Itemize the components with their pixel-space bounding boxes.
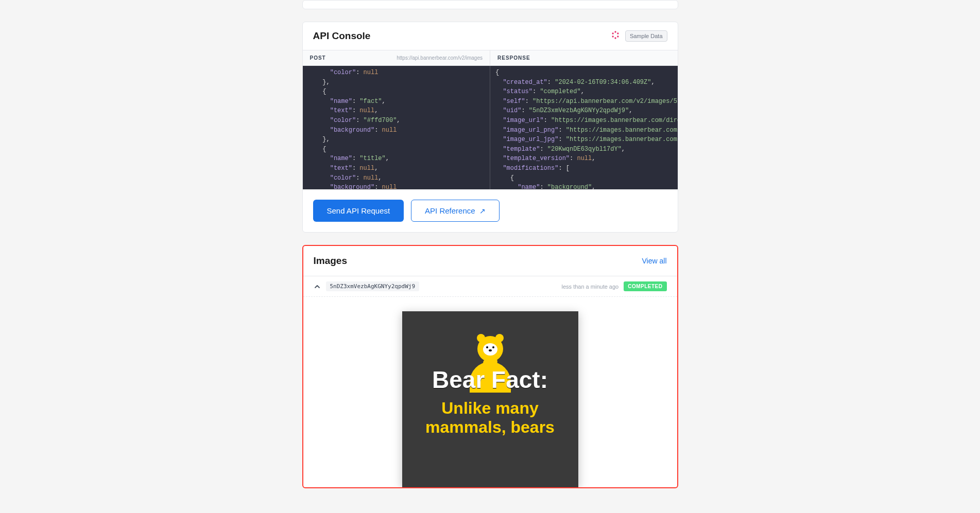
post-url: https://api.bannerbear.com/v2/images [397,55,483,61]
code-panes: "color": null }, { "name": "fact", "text… [303,66,678,189]
image-row[interactable]: 5nDZ3xmVezbAgKGNYy2qpdWj9 less than a mi… [303,276,677,297]
sample-data-button[interactable]: Sample Data [625,30,667,42]
external-arrow-icon: ↗ [479,207,486,215]
chevron-up-icon[interactable] [314,283,321,290]
view-all-link[interactable]: View all [642,257,667,265]
response-body-pane[interactable]: { "created_at": "2024-02-16T09:34:06.409… [490,66,678,189]
image-uid: 5nDZ3xmVezbAgKGNYy2qpdWj9 [326,281,420,291]
preview-title: Bear Fact: [402,366,578,394]
post-body-pane[interactable]: "color": null }, { "name": "fact", "text… [303,66,491,189]
post-header: POST https://api.bannerbear.com/v2/image… [303,50,491,65]
response-header: RESPONSE [490,50,678,65]
images-card: Images View all 5nDZ3xmVezbAgKGNYy2qpdWj… [302,245,678,488]
svg-point-5 [612,32,613,34]
response-label: RESPONSE [497,55,530,61]
images-title: Images [314,255,347,267]
api-console-title: API Console [313,30,371,42]
svg-point-4 [612,36,613,37]
image-preview-wrap: Bear Fact: Unlike many mammals, bears [303,297,677,487]
previous-card-bottom [302,0,678,9]
api-reference-button[interactable]: API Reference↗ [411,200,500,222]
status-badge: COMPLETED [624,281,666,291]
preview-fact: Unlike many mammals, bears [402,399,578,437]
post-label: POST [310,55,326,61]
send-api-request-button[interactable]: Send API Request [313,200,404,222]
svg-point-3 [614,37,616,39]
svg-point-1 [617,32,618,34]
pinwheel-icon [611,30,620,42]
svg-point-0 [614,31,616,32]
svg-point-2 [617,36,618,37]
api-console-card: API Console Sample Data POST https://api… [302,22,678,233]
image-time: less than a minute ago [562,284,619,290]
image-preview[interactable]: Bear Fact: Unlike many mammals, bears [402,311,578,487]
